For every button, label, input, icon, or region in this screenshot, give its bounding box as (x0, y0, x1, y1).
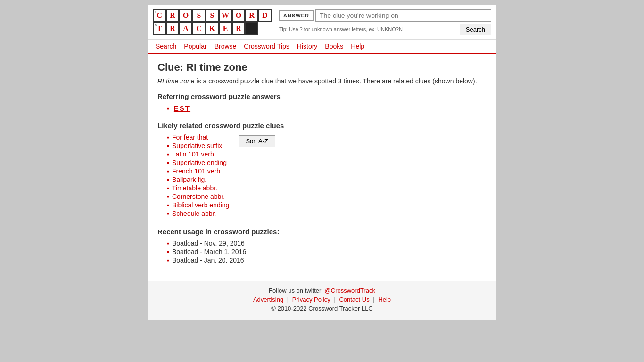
list-item: Boatload - Nov. 29, 2016 (167, 239, 487, 247)
footer-link-contact[interactable]: Contact Us (339, 296, 369, 303)
logo-cell-o1: O (179, 9, 192, 22)
logo-cell-d: D (258, 9, 272, 22)
related-link-8[interactable]: Biblical verb ending (172, 201, 229, 209)
logo-cell-r3: R (166, 22, 179, 35)
logo: 1C R O S S W O R D 8T R A C K E R (153, 9, 272, 35)
page-title: Clue: RI time zone (157, 61, 487, 74)
related-section-title: Likely related crossword puzzle clues (157, 122, 487, 130)
list-item: For fear that (167, 133, 229, 141)
footer: Follow us on twitter: @CrosswordTrack Ad… (148, 281, 496, 320)
related-header: For fear that Superlative suffix Latin 1… (157, 133, 487, 218)
nav: Search Popular Browse Crossword Tips His… (148, 40, 496, 54)
clue-desc-suffix: is a crossword puzzle clue that we have … (195, 77, 477, 85)
clue-input[interactable] (315, 9, 491, 22)
nav-item-history[interactable]: History (294, 41, 321, 51)
logo-cell-a: A (179, 22, 192, 35)
list-item: Biblical verb ending (167, 201, 229, 209)
related-link-9[interactable]: Schedule abbr. (172, 210, 216, 217)
related-section: Likely related crossword puzzle clues Fo… (157, 122, 487, 218)
list-item: Cornerstone abbr. (167, 193, 229, 200)
logo-cell-c: C (192, 22, 206, 35)
logo-cell-sup2: 8T (153, 22, 166, 35)
separator-1: | (287, 296, 289, 303)
logo-cell-s2: S (206, 9, 219, 22)
answer-label: ANSWER (279, 10, 314, 21)
logo-cell-r1: R (166, 9, 179, 22)
list-item: Superlative ending (167, 159, 229, 166)
nav-item-search[interactable]: Search (153, 41, 179, 51)
answer-item: EST (167, 104, 487, 112)
clue-description: RI time zone is a crossword puzzle clue … (157, 77, 487, 85)
related-link-0[interactable]: For fear that (172, 133, 208, 141)
logo-cell-r4: R (232, 22, 245, 35)
follow-text: Follow us on twitter: (269, 287, 325, 294)
answers-section: Referring crossword puzzle answers EST (157, 92, 487, 112)
search-area: ANSWER Tip: Use ? for unknown answer let… (279, 9, 491, 35)
related-link-3[interactable]: Superlative ending (172, 159, 227, 166)
list-item: Ballpark fig. (167, 176, 229, 183)
logo-cell-s1: S (192, 9, 206, 22)
related-link-7[interactable]: Cornerstone abbr. (172, 193, 225, 200)
list-item: Schedule abbr. (167, 210, 229, 217)
clue-italic: RI time zone (157, 77, 195, 85)
logo-cell-o2: O (232, 9, 245, 22)
twitter-link[interactable]: @CrosswordTrack (325, 287, 375, 294)
answer-link[interactable]: EST (174, 104, 190, 112)
related-link-5[interactable]: Ballpark fig. (172, 176, 206, 183)
footer-link-privacy[interactable]: Privacy Policy (292, 296, 330, 303)
footer-links-row: Advertising | Privacy Policy | Contact U… (153, 296, 491, 303)
footer-link-help[interactable]: Help (378, 296, 391, 303)
logo-cell-black (245, 22, 258, 35)
logo-row-2: 8T R A C K E R (153, 22, 272, 35)
search-top-row: ANSWER (279, 9, 491, 22)
related-list: For fear that Superlative suffix Latin 1… (157, 133, 229, 218)
list-item: Latin 101 verb (167, 150, 229, 158)
header: 1C R O S S W O R D 8T R A C K E R (148, 5, 496, 40)
list-item: Boatload - Jan. 20, 2016 (167, 256, 487, 264)
nav-item-help[interactable]: Help (348, 41, 367, 51)
footer-copyright-row: © 2010-2022 Crossword Tracker LLC (153, 305, 491, 312)
list-item: Timetable abbr. (167, 184, 229, 192)
list-item: Boatload - March 1, 2016 (167, 248, 487, 255)
sort-button[interactable]: Sort A-Z (239, 135, 275, 147)
separator-3: | (373, 296, 374, 303)
logo-cell-k: K (206, 22, 219, 35)
related-link-6[interactable]: Timetable abbr. (172, 184, 217, 192)
nav-item-crossword-tips[interactable]: Crossword Tips (241, 41, 292, 51)
logo-cell-r2: R (245, 9, 258, 22)
search-button[interactable]: Search (460, 24, 491, 35)
footer-twitter-row: Follow us on twitter: @CrosswordTrack (153, 287, 491, 294)
nav-item-popular[interactable]: Popular (181, 41, 209, 51)
tip-text: Tip: Use ? for unknown answer letters, e… (279, 26, 403, 32)
related-link-4[interactable]: French 101 verb (172, 167, 220, 175)
footer-link-advertising[interactable]: Advertising (253, 296, 283, 303)
nav-item-books[interactable]: Books (322, 41, 346, 51)
recent-list: Boatload - Nov. 29, 2016 Boatload - Marc… (157, 239, 487, 264)
list-item: Superlative suffix (167, 142, 229, 149)
answers-section-title: Referring crossword puzzle answers (157, 92, 487, 100)
answers-list: EST (157, 104, 487, 112)
search-bottom-row: Tip: Use ? for unknown answer letters, e… (279, 24, 491, 35)
list-item: French 101 verb (167, 167, 229, 175)
related-link-2[interactable]: Latin 101 verb (172, 150, 214, 158)
separator-2: | (334, 296, 335, 303)
logo-cell-e: E (219, 22, 232, 35)
recent-section-title: Recent usage in crossword puzzles: (157, 228, 487, 236)
related-link-1[interactable]: Superlative suffix (172, 142, 222, 149)
nav-item-browse[interactable]: Browse (212, 41, 239, 51)
recent-section: Recent usage in crossword puzzles: Boatl… (157, 228, 487, 264)
logo-cell-sup: 1C (153, 9, 166, 22)
logo-cell-w: W (219, 9, 232, 22)
main-content: Clue: RI time zone RI time zone is a cro… (148, 54, 496, 281)
copyright-text: © 2010-2022 Crossword Tracker LLC (271, 305, 373, 312)
logo-row-1: 1C R O S S W O R D (153, 9, 272, 22)
